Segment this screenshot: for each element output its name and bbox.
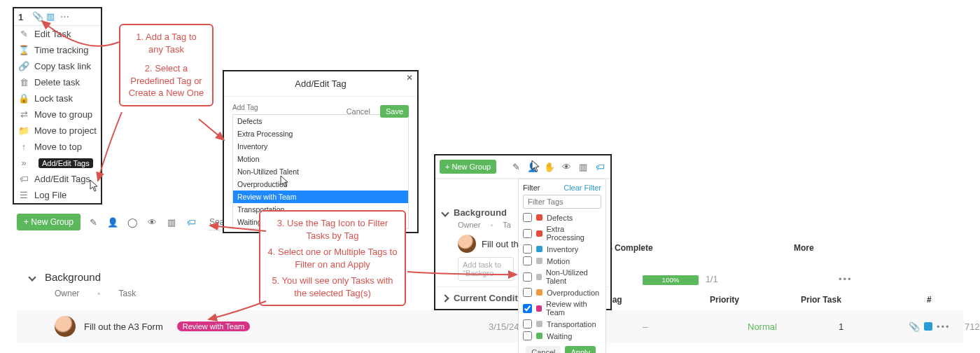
filter-tag-label: Waiting bbox=[547, 332, 572, 340]
menu-lock-task[interactable]: 🔒Lock task bbox=[14, 90, 101, 106]
chevron-down-icon bbox=[441, 209, 449, 216]
hand-icon[interactable]: ✋ bbox=[543, 160, 556, 173]
cursor-icon bbox=[531, 160, 541, 172]
chevrons-icon: » bbox=[18, 158, 29, 168]
cell-hash: 712447 bbox=[965, 321, 980, 332]
filter-checkbox[interactable] bbox=[523, 244, 532, 254]
menu-log-file[interactable]: ☰Log File bbox=[14, 187, 101, 203]
more-icon[interactable]: ••• bbox=[839, 274, 909, 284]
tag-option[interactable]: Non-Utilized Talent bbox=[233, 165, 408, 178]
person-icon[interactable]: 👤 bbox=[106, 215, 120, 229]
tag-option[interactable]: Inventory bbox=[233, 140, 408, 153]
tag-color-dot bbox=[536, 321, 542, 327]
callout-step2: 2. Select a Predefined Tag or Create a N… bbox=[127, 62, 205, 99]
filter-checkbox[interactable] bbox=[523, 288, 532, 297]
tag-option[interactable]: Motion bbox=[233, 153, 408, 165]
filter-tag-label: Defects bbox=[547, 214, 573, 222]
tag-color-dot bbox=[536, 333, 542, 339]
filter-tag-label: Review with Team bbox=[546, 300, 601, 317]
filter-label: Filter bbox=[523, 184, 540, 192]
tag-option[interactable]: Review with Team bbox=[233, 191, 408, 203]
tag-icon[interactable]: 🏷 bbox=[184, 215, 198, 229]
tag-color-dot bbox=[536, 274, 542, 280]
more-icon[interactable]: ••• bbox=[937, 321, 951, 332]
filter-tag-item[interactable]: Inventory bbox=[523, 243, 601, 255]
filter-tag-item[interactable]: Extra Processing bbox=[523, 223, 601, 243]
edit-icon[interactable]: ✎ bbox=[86, 215, 100, 229]
close-icon[interactable]: ✕ bbox=[406, 73, 413, 83]
filter-checkbox[interactable] bbox=[523, 304, 532, 313]
filter-checkbox[interactable] bbox=[523, 213, 532, 222]
filter-tag-item[interactable]: Defects bbox=[523, 212, 601, 223]
tag-icon: 🏷 bbox=[18, 174, 29, 184]
menu-edit-task[interactable]: ✎Edit Task bbox=[14, 26, 101, 42]
menu-move-group[interactable]: ⇄Move to group bbox=[14, 106, 101, 123]
filter-checkbox[interactable] bbox=[523, 272, 532, 282]
note-icon[interactable] bbox=[924, 322, 932, 331]
cell-priority: Normal bbox=[748, 321, 839, 332]
menu-add-edit-tags-row[interactable]: » Add/Edit Tags bbox=[14, 155, 101, 171]
note-icon[interactable]: ▥ bbox=[577, 160, 589, 173]
cursor-icon bbox=[280, 175, 290, 188]
menu-add-edit-tags[interactable]: 🏷Add/Edit Tags bbox=[14, 171, 101, 187]
filter-tag-label: Motion bbox=[547, 257, 570, 265]
tag-pill[interactable]: Review with Team bbox=[177, 321, 250, 331]
edit-icon[interactable]: ✎ bbox=[510, 160, 522, 173]
callout-box-1: 1. Add a Tag to any Task 2. Select a Pre… bbox=[119, 24, 214, 106]
tag-icon[interactable]: 🏷 bbox=[594, 160, 606, 173]
save-button[interactable]: Save bbox=[380, 105, 409, 118]
eye-off-icon[interactable]: 👁 bbox=[145, 215, 159, 229]
trash-icon: 🗑 bbox=[18, 77, 29, 88]
tag-color-dot bbox=[536, 258, 542, 264]
menu-move-project[interactable]: 📁Move to project bbox=[14, 123, 101, 139]
filter-tag-item[interactable]: Waiting bbox=[523, 330, 601, 342]
filter-toolbar: + New Group ✎ 👤 ✋ 👁 ▥ 🏷 bbox=[435, 155, 610, 179]
filter-tag-label: Transportation bbox=[547, 320, 596, 328]
col-hash: # bbox=[927, 295, 955, 305]
lock-icon: 🔒 bbox=[18, 93, 29, 104]
filter-apply-button[interactable]: Apply bbox=[565, 346, 596, 353]
callout-step1: 1. Add a Tag to any Task bbox=[127, 31, 205, 55]
menu-delete-task[interactable]: 🗑Delete task bbox=[14, 74, 101, 90]
clear-filter-link[interactable]: Clear Filter bbox=[564, 184, 601, 192]
filter-checkbox[interactable] bbox=[523, 319, 532, 328]
filter-tag-item[interactable]: Overproduction bbox=[523, 286, 601, 298]
filter-tag-item[interactable]: Transportation bbox=[523, 318, 601, 330]
cursor-icon bbox=[90, 179, 99, 192]
col-priority: Priority bbox=[710, 295, 801, 305]
clip-icon: 📎 bbox=[32, 11, 43, 22]
more-icon[interactable]: ⋯ bbox=[60, 11, 71, 22]
row-actions[interactable]: 📎 ••• bbox=[909, 321, 965, 332]
tag-option[interactable]: Overproduction bbox=[233, 178, 408, 191]
filter-tag-list: DefectsExtra ProcessingInventoryMotionNo… bbox=[523, 212, 601, 342]
task-row[interactable]: Fill out the A3 Form Review with Team 3/… bbox=[17, 310, 963, 342]
dialog-title: Add/Edit Tag ✕ bbox=[224, 71, 417, 97]
menu-time-tracking[interactable]: ⌛Time tracking bbox=[14, 42, 101, 58]
new-group-button[interactable]: + New Group bbox=[440, 160, 496, 174]
avatar bbox=[458, 235, 476, 253]
tag-option[interactable]: Extra Processing bbox=[233, 127, 408, 140]
note-icon[interactable]: ▥ bbox=[164, 215, 178, 229]
col-flag: Flag bbox=[605, 295, 710, 305]
filter-tags-input[interactable] bbox=[523, 195, 601, 209]
filter-checkbox[interactable] bbox=[523, 331, 532, 340]
task-name: Fill out the A3 Form bbox=[84, 321, 163, 332]
cancel-button[interactable]: Cancel bbox=[341, 105, 376, 118]
cell-complete: 100% 1/1 bbox=[643, 274, 748, 285]
filter-checkbox[interactable] bbox=[523, 229, 532, 238]
fp-task-h: Ta bbox=[503, 221, 511, 229]
add-task-input[interactable]: Add task to "Backgro bbox=[458, 257, 514, 281]
clip-icon[interactable]: 📎 bbox=[909, 321, 920, 332]
eye-off-icon[interactable]: 👁 bbox=[560, 160, 573, 173]
new-group-button[interactable]: + New Group bbox=[17, 214, 80, 230]
filter-tag-item[interactable]: Review with Team bbox=[523, 298, 601, 318]
filter-checkbox[interactable] bbox=[523, 256, 532, 265]
menu-copy-link[interactable]: 🔗Copy task link bbox=[14, 58, 101, 74]
filter-tag-item[interactable]: Non-Utilized Talent bbox=[523, 267, 601, 286]
menu-move-top[interactable]: ↑Move to top bbox=[14, 139, 101, 155]
file-icon: ☰ bbox=[18, 190, 29, 200]
circle-icon[interactable]: ◯ bbox=[125, 215, 139, 229]
share-icon: 🔗 bbox=[18, 61, 29, 71]
filter-tag-item[interactable]: Motion bbox=[523, 255, 601, 267]
filter-cancel-button[interactable]: Cancel bbox=[526, 346, 561, 353]
